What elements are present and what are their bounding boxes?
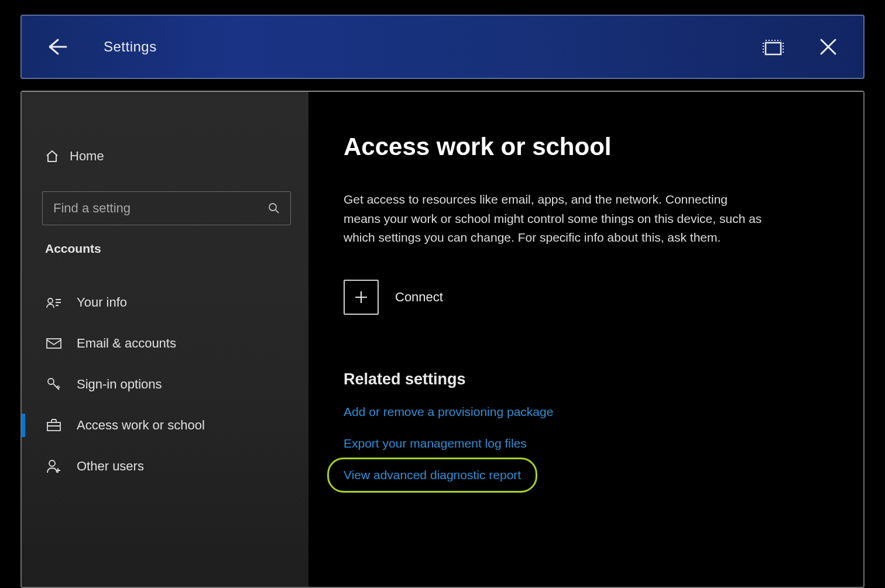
search-icon (268, 202, 280, 214)
multitask-icon (760, 37, 785, 57)
home-icon (45, 149, 59, 163)
link-provisioning-package[interactable]: Add or remove a provisioning package (344, 405, 553, 419)
search-input-wrap[interactable] (42, 191, 291, 225)
sidebar-item-label: Email & accounts (77, 336, 176, 351)
sidebar-item-access-work-school[interactable]: Access work or school (22, 405, 308, 446)
sidebar-nav: Your info Email & accounts Sign-in optio… (22, 262, 308, 487)
back-button[interactable] (39, 29, 74, 64)
sidebar: Home Accounts Your info (22, 92, 308, 587)
link-diagnostic-report[interactable]: View advanced diagnostic report (344, 468, 521, 482)
svg-rect-5 (47, 422, 60, 431)
search-input[interactable] (53, 201, 268, 216)
svg-point-4 (48, 379, 54, 384)
main-panel: Access work or school Get access to reso… (308, 92, 863, 587)
mail-icon (45, 338, 63, 349)
sidebar-item-your-info[interactable]: Your info (22, 282, 308, 323)
page-title: Access work or school (344, 133, 828, 161)
link-export-log-files[interactable]: Export your management log files (344, 436, 527, 451)
svg-point-1 (269, 204, 276, 211)
page-description: Get access to resources like email, apps… (344, 190, 765, 247)
sidebar-item-other-users[interactable]: Other users (22, 446, 308, 487)
related-settings-title: Related settings (344, 370, 828, 388)
key-icon (45, 377, 63, 392)
back-arrow-icon (45, 35, 68, 59)
multitask-button[interactable] (752, 26, 793, 67)
svg-rect-3 (47, 339, 61, 348)
connect-button[interactable]: Connect (344, 280, 443, 315)
titlebar: Settings (20, 15, 865, 79)
close-icon (818, 37, 838, 57)
svg-point-2 (48, 298, 53, 303)
connect-label: Connect (395, 290, 443, 305)
close-button[interactable] (808, 26, 849, 67)
sidebar-category-label: Accounts (22, 225, 308, 262)
sidebar-item-label: Access work or school (77, 418, 205, 433)
home-label: Home (70, 149, 104, 164)
sidebar-item-email-accounts[interactable]: Email & accounts (22, 323, 308, 364)
person-card-icon (45, 296, 63, 309)
sidebar-item-label: Your info (77, 295, 127, 310)
svg-point-6 (49, 460, 55, 466)
person-add-icon (45, 459, 63, 474)
plus-icon (344, 280, 379, 315)
sidebar-item-label: Sign-in options (77, 377, 162, 392)
app-title: Settings (104, 39, 157, 55)
svg-rect-0 (766, 43, 781, 54)
sidebar-item-label: Other users (77, 459, 144, 474)
sidebar-home[interactable]: Home (22, 139, 308, 174)
settings-window: Home Accounts Your info (20, 91, 865, 588)
sidebar-item-signin-options[interactable]: Sign-in options (22, 364, 308, 405)
briefcase-icon (45, 419, 63, 432)
